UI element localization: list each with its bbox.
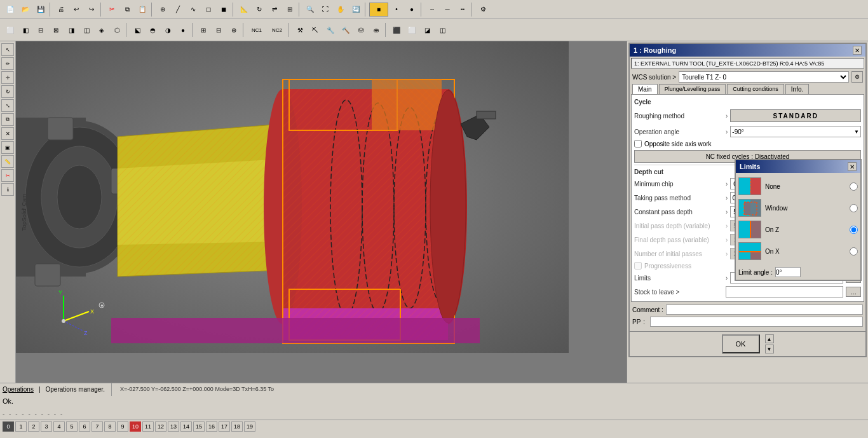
tb-settings[interactable]: ⚙ xyxy=(476,3,490,17)
tb-print[interactable]: 🖨 xyxy=(54,3,68,17)
sidebar-move[interactable]: ✛ xyxy=(1,71,14,84)
tb-undo[interactable]: ↩ xyxy=(69,3,83,17)
tab-main[interactable]: Main xyxy=(632,84,658,94)
roughing-method-value[interactable]: STANDARD xyxy=(730,109,861,122)
sidebar-group[interactable]: ▣ xyxy=(1,141,14,154)
page-18[interactable]: 18 xyxy=(231,421,243,432)
tb-solid[interactable]: ◼ xyxy=(217,3,231,17)
tb2-extra4[interactable]: ◫ xyxy=(435,23,449,37)
scroll-down-btn[interactable]: ▼ xyxy=(765,345,774,353)
tb-zoom-in[interactable]: 🔍 xyxy=(303,3,317,17)
page-4[interactable]: 4 xyxy=(53,421,65,432)
tb-dot2[interactable]: ● xyxy=(405,3,419,17)
sidebar-rotate[interactable]: ↻ xyxy=(1,85,14,98)
tb2-cam2[interactable]: ⛏ xyxy=(308,23,322,37)
page-7[interactable]: 7 xyxy=(92,421,103,432)
page-12[interactable]: 12 xyxy=(155,421,166,432)
tb2-right[interactable]: ◫ xyxy=(79,23,93,37)
operation-angle-dropdown[interactable]: -90° ▼ xyxy=(730,126,861,137)
tb-measure[interactable]: 📐 xyxy=(237,3,251,17)
tb-scale[interactable]: ⊞ xyxy=(283,3,297,17)
tb-line-style3[interactable]: ╍ xyxy=(456,3,470,17)
sidebar-info[interactable]: ℹ xyxy=(1,183,14,196)
tb2-extra1[interactable]: ⬛ xyxy=(390,23,403,37)
tb-line-style2[interactable]: ─ xyxy=(440,3,454,17)
tb-open[interactable]: 📂 xyxy=(18,3,32,17)
page-10[interactable]: 10 xyxy=(130,421,141,432)
tab-info[interactable]: Info. xyxy=(785,84,809,94)
tb2-snap[interactable]: ⊞ xyxy=(196,23,210,37)
tb-curve[interactable]: ∿ xyxy=(186,3,200,17)
sidebar-delete[interactable]: ✕ xyxy=(1,127,14,140)
viewport[interactable]: X Y Z ● TopSolid' Cam xyxy=(16,41,627,383)
tb2-hidden[interactable]: ◓ xyxy=(146,23,159,37)
page-2[interactable]: 2 xyxy=(28,421,39,432)
tb2-cam6[interactable]: ⛂ xyxy=(369,23,383,37)
page-8[interactable]: 8 xyxy=(104,421,116,432)
tb-copy[interactable]: ⧉ xyxy=(120,3,134,17)
tb-dot1[interactable]: • xyxy=(390,3,403,17)
tb2-top[interactable]: ⊟ xyxy=(34,23,48,37)
tb2-cam4[interactable]: 🔨 xyxy=(339,23,353,37)
tb-point[interactable]: ⊕ xyxy=(156,3,170,17)
ok-button[interactable]: OK xyxy=(722,334,760,353)
tb2-nc2[interactable]: NC2 xyxy=(268,23,287,37)
page-13[interactable]: 13 xyxy=(168,421,179,432)
sidebar-copy2[interactable]: ⧉ xyxy=(1,113,14,126)
tb2-extra3[interactable]: ◪ xyxy=(420,23,434,37)
tb-zoom-fit[interactable]: ⛶ xyxy=(318,3,332,17)
tb2-cam3[interactable]: 🔧 xyxy=(323,23,337,37)
tb-cut[interactable]: ✂ xyxy=(105,3,119,17)
tb2-nc1[interactable]: NC1 xyxy=(247,23,266,37)
wcs-settings-btn[interactable]: ⚙ xyxy=(851,71,863,83)
page-6[interactable]: 6 xyxy=(79,421,90,432)
operations-label[interactable]: Operations xyxy=(3,386,34,393)
sidebar-scale2[interactable]: ⤡ xyxy=(1,99,14,112)
tb2-bottom[interactable]: ⊠ xyxy=(49,23,63,37)
tb2-cam1[interactable]: ⚒ xyxy=(293,23,307,37)
scroll-up-btn[interactable]: ▲ xyxy=(765,334,774,343)
tb-paste[interactable]: 📋 xyxy=(135,3,149,17)
tb2-render[interactable]: ● xyxy=(176,23,190,37)
tb2-cam5[interactable]: ⛁ xyxy=(354,23,368,37)
sidebar-measure2[interactable]: 📏 xyxy=(1,155,14,168)
page-16[interactable]: 16 xyxy=(206,421,217,432)
tb-line-style[interactable]: ╌ xyxy=(425,3,439,17)
tb-new[interactable]: 📄 xyxy=(3,3,17,17)
wcs-select[interactable]: Tourelle T1 Z- 0 xyxy=(679,71,849,83)
roughing-close-btn[interactable]: ✕ xyxy=(853,46,862,55)
tb2-extra2[interactable]: ⬜ xyxy=(405,23,419,37)
tb-surface[interactable]: ◻ xyxy=(201,3,215,17)
comment-input[interactable] xyxy=(666,305,863,315)
page-1[interactable]: 1 xyxy=(15,421,27,432)
tb2-wire[interactable]: ⬕ xyxy=(130,23,144,37)
opposite-side-checkbox[interactable] xyxy=(634,140,642,147)
sidebar-cut2[interactable]: ✂ xyxy=(1,169,14,182)
tb-line[interactable]: ╱ xyxy=(171,3,185,17)
page-5[interactable]: 5 xyxy=(66,421,78,432)
tb2-back[interactable]: ◧ xyxy=(18,23,32,37)
tb2-grid[interactable]: ⊟ xyxy=(212,23,226,37)
limits-none-radio[interactable] xyxy=(850,182,858,191)
stock-input[interactable] xyxy=(726,286,843,298)
pp-input[interactable] xyxy=(650,317,863,327)
limits-onx-radio[interactable] xyxy=(850,247,858,256)
tb2-persp[interactable]: ⬡ xyxy=(110,23,124,37)
sidebar-select[interactable]: ↖ xyxy=(1,43,14,56)
tb2-front[interactable]: ⬜ xyxy=(3,23,17,37)
tb-rotate3d[interactable]: 🔄 xyxy=(349,3,363,17)
page-0[interactable]: 0 xyxy=(3,421,14,432)
limits-window-radio[interactable] xyxy=(850,204,858,212)
page-14[interactable]: 14 xyxy=(180,421,192,432)
tb-redo[interactable]: ↪ xyxy=(85,3,98,17)
tb2-shade[interactable]: ◑ xyxy=(161,23,175,37)
sidebar-edit[interactable]: ✏ xyxy=(1,57,14,70)
limit-angle-input[interactable] xyxy=(775,267,801,277)
page-9[interactable]: 9 xyxy=(117,421,128,432)
tb2-iso[interactable]: ◈ xyxy=(95,23,109,37)
tb-mirror[interactable]: ⇌ xyxy=(268,3,281,17)
limits-dialog-close[interactable]: ✕ xyxy=(848,162,857,171)
limits-onz-radio[interactable] xyxy=(850,226,858,234)
tb-rotate[interactable]: ↻ xyxy=(252,3,266,17)
tb-color[interactable]: ■ xyxy=(369,3,388,17)
